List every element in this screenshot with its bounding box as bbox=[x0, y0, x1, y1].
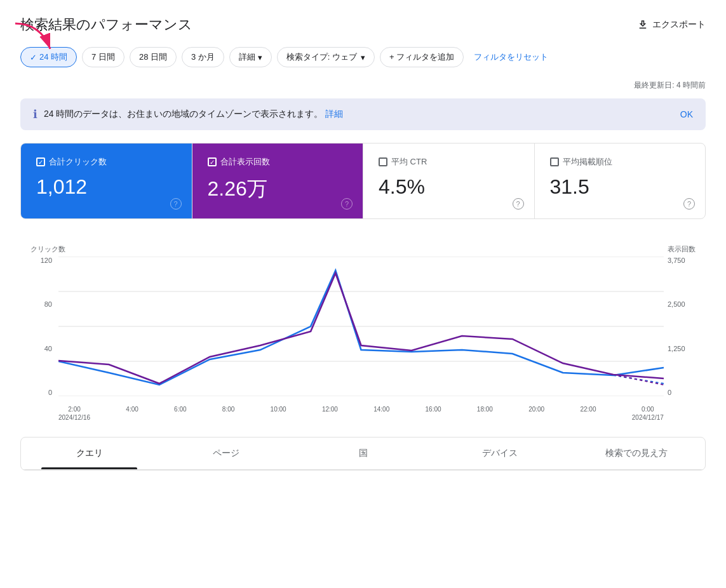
export-button[interactable]: エクスポート bbox=[637, 19, 706, 30]
tab-search-appearance[interactable]: 検索での見え方 bbox=[568, 438, 705, 469]
info-detail-link[interactable]: 詳細 bbox=[325, 109, 343, 119]
metric-label-clicks: 合計クリック数 bbox=[36, 156, 177, 168]
x-label-5: 12:00 bbox=[322, 405, 338, 422]
metric-value-position: 31.5 bbox=[550, 175, 690, 199]
metrics-container: 合計クリック数 1,012 ? 合計表示回数 2.26万 ? 平均 CTR 4.… bbox=[20, 143, 706, 219]
filter-3m-label: 3 か月 bbox=[191, 51, 215, 63]
x-label-2: 6:00 bbox=[174, 405, 186, 422]
add-filter-label: + フィルタを追加 bbox=[389, 51, 454, 63]
tabs-nav: クエリ ページ 国 デバイス 検索での見え方 bbox=[21, 438, 705, 470]
metric-card-ctr[interactable]: 平均 CTR 4.5% ? bbox=[363, 144, 535, 218]
metric-card-position[interactable]: 平均掲載順位 31.5 ? bbox=[535, 144, 706, 218]
x-label-0: 2:002024/12/16 bbox=[58, 405, 90, 422]
metric-label-position: 平均掲載順位 bbox=[550, 156, 690, 168]
chart-right-label: 表示回数 bbox=[668, 244, 696, 254]
filter-7d-label: 7 日間 bbox=[91, 51, 115, 63]
x-label-9: 20:00 bbox=[528, 405, 544, 422]
x-label-7: 16:00 bbox=[426, 405, 441, 422]
x-label-11: 0:002024/12/17 bbox=[632, 405, 664, 422]
x-label-3: 8:00 bbox=[222, 405, 234, 422]
metric-value-clicks: 1,012 bbox=[36, 175, 177, 199]
page-title: 検索結果のパフォーマンス bbox=[20, 15, 192, 34]
info-banner-text: 24 時間のデータは、お住まいの地域のタイムゾーンで表示されます。 詳細 bbox=[44, 109, 343, 120]
checkbox-clicks[interactable] bbox=[36, 157, 45, 166]
metric-value-ctr: 4.5% bbox=[379, 175, 519, 199]
chevron-down-icon-2: ▾ bbox=[361, 53, 365, 62]
filter-24h-label: 24 時間 bbox=[39, 51, 67, 63]
x-label-8: 18:00 bbox=[477, 405, 493, 422]
tab-device[interactable]: デバイス bbox=[431, 438, 568, 469]
bottom-tabs: クエリ ページ 国 デバイス 検索での見え方 bbox=[20, 437, 706, 471]
ok-button[interactable]: OK bbox=[680, 109, 693, 119]
chart-svg bbox=[58, 257, 664, 396]
y-axis-left: 120 80 40 0 bbox=[30, 257, 56, 396]
help-icon-clicks[interactable]: ? bbox=[170, 198, 182, 210]
x-label-4: 10:00 bbox=[271, 405, 286, 422]
x-label-1: 4:00 bbox=[126, 405, 138, 422]
y-axis-right: 3,750 2,500 1,250 0 bbox=[664, 257, 696, 396]
metric-card-clicks[interactable]: 合計クリック数 1,012 ? bbox=[21, 144, 192, 218]
chart-left-label: クリック数 bbox=[30, 244, 65, 254]
chart-container: クリック数 表示回数 120 80 40 0 3,750 2,500 1,250… bbox=[20, 234, 706, 422]
export-label: エクスポート bbox=[652, 19, 706, 30]
info-banner-left: ℹ 24 時間のデータは、お住まいの地域のタイムゾーンで表示されます。 詳細 bbox=[33, 107, 343, 121]
checkbox-ctr[interactable] bbox=[379, 157, 387, 166]
download-icon bbox=[637, 19, 649, 30]
metric-card-impressions[interactable]: 合計表示回数 2.26万 ? bbox=[192, 144, 364, 218]
help-icon-ctr[interactable]: ? bbox=[513, 198, 524, 210]
last-updated: 最終更新日: 4 時間前 bbox=[20, 80, 706, 91]
search-type-button[interactable]: 検索タイプ: ウェブ ▾ bbox=[277, 47, 375, 67]
x-label-10: 22:00 bbox=[580, 405, 596, 422]
info-icon: ℹ bbox=[33, 107, 37, 121]
info-banner: ℹ 24 時間のデータは、お住まいの地域のタイムゾーンで表示されます。 詳細 O… bbox=[20, 98, 706, 130]
page-container: 検索結果のパフォーマンス エクスポート ✓ 24 時間 7 日間 28 日間 3… bbox=[0, 0, 726, 588]
x-label-6: 14:00 bbox=[373, 405, 389, 422]
checkbox-position[interactable] bbox=[550, 157, 559, 166]
reset-filter-link[interactable]: フィルタをリセット bbox=[474, 51, 548, 63]
filter-7d[interactable]: 7 日間 bbox=[82, 47, 124, 67]
x-axis: 2:002024/12/16 4:00 6:00 8:00 10:00 12:0… bbox=[58, 405, 664, 422]
metric-label-impressions: 合計表示回数 bbox=[208, 156, 348, 168]
chevron-down-icon: ▾ bbox=[258, 53, 262, 62]
filter-bar: ✓ 24 時間 7 日間 28 日間 3 か月 詳細 ▾ 検索タイプ: ウェブ … bbox=[20, 47, 706, 67]
filter-detail-label: 詳細 bbox=[239, 51, 255, 63]
header: 検索結果のパフォーマンス エクスポート bbox=[20, 15, 706, 34]
metric-label-ctr: 平均 CTR bbox=[379, 156, 519, 168]
search-type-label: 検索タイプ: ウェブ bbox=[286, 51, 357, 63]
check-icon: ✓ bbox=[30, 53, 37, 62]
help-icon-position[interactable]: ? bbox=[683, 198, 695, 210]
checkbox-impressions[interactable] bbox=[208, 157, 217, 166]
tab-country[interactable]: 国 bbox=[295, 438, 431, 469]
filter-3m[interactable]: 3 か月 bbox=[182, 47, 224, 67]
filter-detail[interactable]: 詳細 ▾ bbox=[229, 47, 272, 67]
add-filter-button[interactable]: + フィルタを追加 bbox=[380, 47, 464, 67]
tab-page[interactable]: ページ bbox=[158, 438, 294, 469]
filter-28d-label: 28 日間 bbox=[139, 51, 167, 63]
help-icon-impressions[interactable]: ? bbox=[341, 198, 353, 210]
filter-28d[interactable]: 28 日間 bbox=[130, 47, 177, 67]
filter-24h[interactable]: ✓ 24 時間 bbox=[20, 47, 77, 67]
metric-value-impressions: 2.26万 bbox=[208, 175, 348, 203]
tab-query[interactable]: クエリ bbox=[21, 438, 158, 469]
